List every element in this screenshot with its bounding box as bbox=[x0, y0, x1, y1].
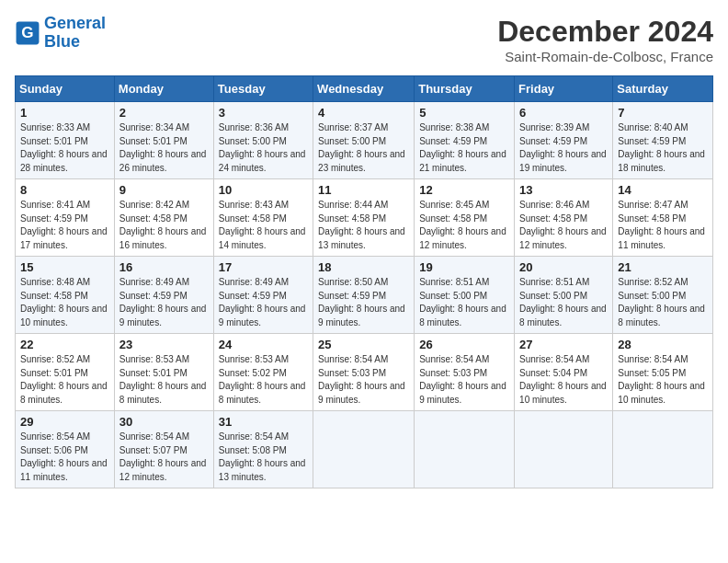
column-header-friday: Friday bbox=[515, 76, 613, 102]
cell-details: Sunrise: 8:42 AMSunset: 4:58 PMDaylight:… bbox=[119, 199, 209, 252]
cell-details: Sunrise: 8:37 AMSunset: 5:00 PMDaylight:… bbox=[318, 121, 409, 175]
day-number: 18 bbox=[318, 260, 409, 274]
calendar-week-5: 29Sunrise: 8:54 AMSunset: 5:06 PMDayligh… bbox=[16, 411, 713, 488]
calendar-cell bbox=[515, 411, 613, 488]
cell-details: Sunrise: 8:44 AMSunset: 4:58 PMDaylight:… bbox=[318, 199, 409, 252]
day-number: 8 bbox=[20, 183, 109, 197]
calendar-cell: 25Sunrise: 8:54 AMSunset: 5:03 PMDayligh… bbox=[313, 334, 415, 411]
svg-text:G: G bbox=[21, 23, 33, 40]
cell-details: Sunrise: 8:46 AMSunset: 4:58 PMDaylight:… bbox=[519, 199, 608, 252]
cell-details: Sunrise: 8:33 AMSunset: 5:01 PMDaylight:… bbox=[20, 121, 109, 175]
column-header-tuesday: Tuesday bbox=[213, 76, 313, 102]
calendar-cell: 14Sunrise: 8:47 AMSunset: 4:58 PMDayligh… bbox=[613, 179, 713, 257]
cell-details: Sunrise: 8:49 AMSunset: 4:59 PMDaylight:… bbox=[119, 276, 209, 329]
calendar-cell: 2Sunrise: 8:34 AMSunset: 5:01 PMDaylight… bbox=[114, 102, 213, 179]
day-number: 16 bbox=[119, 260, 209, 274]
day-number: 7 bbox=[618, 106, 708, 120]
calendar-cell: 11Sunrise: 8:44 AMSunset: 4:58 PMDayligh… bbox=[313, 179, 415, 257]
calendar-cell: 16Sunrise: 8:49 AMSunset: 4:59 PMDayligh… bbox=[114, 257, 213, 334]
day-number: 1 bbox=[20, 106, 109, 120]
calendar-cell bbox=[613, 411, 713, 488]
calendar-cell: 31Sunrise: 8:54 AMSunset: 5:08 PMDayligh… bbox=[213, 411, 313, 488]
cell-details: Sunrise: 8:54 AMSunset: 5:07 PMDaylight:… bbox=[119, 431, 209, 484]
calendar-cell: 5Sunrise: 8:38 AMSunset: 4:59 PMDaylight… bbox=[415, 102, 515, 179]
cell-details: Sunrise: 8:54 AMSunset: 5:04 PMDaylight:… bbox=[519, 353, 608, 407]
cell-details: Sunrise: 8:51 AMSunset: 5:00 PMDaylight:… bbox=[519, 276, 608, 329]
cell-details: Sunrise: 8:50 AMSunset: 4:59 PMDaylight:… bbox=[318, 276, 409, 329]
cell-details: Sunrise: 8:49 AMSunset: 4:59 PMDaylight:… bbox=[219, 276, 308, 329]
calendar-week-4: 22Sunrise: 8:52 AMSunset: 5:01 PMDayligh… bbox=[16, 334, 713, 411]
calendar-cell: 8Sunrise: 8:41 AMSunset: 4:59 PMDaylight… bbox=[16, 179, 115, 257]
calendar-cell bbox=[313, 411, 415, 488]
day-number: 14 bbox=[618, 183, 708, 197]
day-number: 15 bbox=[20, 260, 109, 274]
day-number: 6 bbox=[519, 106, 608, 120]
calendar-cell: 15Sunrise: 8:48 AMSunset: 4:58 PMDayligh… bbox=[16, 257, 115, 334]
calendar-cell: 13Sunrise: 8:46 AMSunset: 4:58 PMDayligh… bbox=[515, 179, 613, 257]
calendar-title: December 2024 bbox=[497, 15, 713, 49]
calendar-cell bbox=[415, 411, 515, 488]
day-number: 25 bbox=[318, 338, 409, 351]
calendar-cell: 18Sunrise: 8:50 AMSunset: 4:59 PMDayligh… bbox=[313, 257, 415, 334]
day-number: 3 bbox=[219, 106, 308, 120]
calendar-cell: 6Sunrise: 8:39 AMSunset: 4:59 PMDaylight… bbox=[515, 102, 613, 179]
day-number: 19 bbox=[419, 260, 509, 274]
cell-details: Sunrise: 8:39 AMSunset: 4:59 PMDaylight:… bbox=[519, 121, 608, 175]
calendar-header-row: SundayMondayTuesdayWednesdayThursdayFrid… bbox=[16, 76, 713, 102]
calendar-cell: 27Sunrise: 8:54 AMSunset: 5:04 PMDayligh… bbox=[515, 334, 613, 411]
day-number: 10 bbox=[219, 183, 308, 197]
calendar-cell: 9Sunrise: 8:42 AMSunset: 4:58 PMDaylight… bbox=[114, 179, 213, 257]
day-number: 2 bbox=[119, 106, 209, 120]
day-number: 31 bbox=[219, 415, 308, 429]
day-number: 13 bbox=[519, 183, 608, 197]
column-header-saturday: Saturday bbox=[613, 76, 713, 102]
day-number: 27 bbox=[519, 338, 608, 351]
cell-details: Sunrise: 8:54 AMSunset: 5:06 PMDaylight:… bbox=[20, 431, 109, 484]
header: G General Blue December 2024 Saint-Romai… bbox=[15, 15, 713, 64]
calendar-cell: 4Sunrise: 8:37 AMSunset: 5:00 PMDaylight… bbox=[313, 102, 415, 179]
cell-details: Sunrise: 8:54 AMSunset: 5:03 PMDaylight:… bbox=[318, 353, 409, 407]
day-number: 28 bbox=[618, 338, 708, 351]
calendar-body: 1Sunrise: 8:33 AMSunset: 5:01 PMDaylight… bbox=[16, 102, 713, 488]
cell-details: Sunrise: 8:53 AMSunset: 5:01 PMDaylight:… bbox=[119, 353, 209, 407]
cell-details: Sunrise: 8:40 AMSunset: 4:59 PMDaylight:… bbox=[618, 121, 708, 175]
calendar-cell: 20Sunrise: 8:51 AMSunset: 5:00 PMDayligh… bbox=[515, 257, 613, 334]
cell-details: Sunrise: 8:38 AMSunset: 4:59 PMDaylight:… bbox=[419, 121, 509, 175]
day-number: 24 bbox=[219, 338, 308, 351]
calendar-cell: 12Sunrise: 8:45 AMSunset: 4:58 PMDayligh… bbox=[415, 179, 515, 257]
day-number: 26 bbox=[419, 338, 509, 351]
cell-details: Sunrise: 8:53 AMSunset: 5:02 PMDaylight:… bbox=[219, 353, 308, 407]
cell-details: Sunrise: 8:52 AMSunset: 5:01 PMDaylight:… bbox=[20, 353, 109, 407]
cell-details: Sunrise: 8:34 AMSunset: 5:01 PMDaylight:… bbox=[119, 121, 209, 175]
calendar-cell: 23Sunrise: 8:53 AMSunset: 5:01 PMDayligh… bbox=[114, 334, 213, 411]
calendar-cell: 10Sunrise: 8:43 AMSunset: 4:58 PMDayligh… bbox=[213, 179, 313, 257]
calendar-cell: 19Sunrise: 8:51 AMSunset: 5:00 PMDayligh… bbox=[415, 257, 515, 334]
cell-details: Sunrise: 8:48 AMSunset: 4:58 PMDaylight:… bbox=[20, 276, 109, 329]
day-number: 5 bbox=[419, 106, 509, 120]
day-number: 29 bbox=[20, 415, 109, 429]
logo-text: General Blue bbox=[44, 15, 106, 52]
column-header-wednesday: Wednesday bbox=[313, 76, 415, 102]
cell-details: Sunrise: 8:41 AMSunset: 4:59 PMDaylight:… bbox=[20, 199, 109, 252]
calendar-subtitle: Saint-Romain-de-Colbosc, France bbox=[497, 49, 713, 64]
logo: G General Blue bbox=[15, 15, 106, 52]
calendar-cell: 22Sunrise: 8:52 AMSunset: 5:01 PMDayligh… bbox=[16, 334, 115, 411]
calendar-cell: 26Sunrise: 8:54 AMSunset: 5:03 PMDayligh… bbox=[415, 334, 515, 411]
calendar-cell: 30Sunrise: 8:54 AMSunset: 5:07 PMDayligh… bbox=[114, 411, 213, 488]
day-number: 11 bbox=[318, 183, 409, 197]
calendar-cell: 3Sunrise: 8:36 AMSunset: 5:00 PMDaylight… bbox=[213, 102, 313, 179]
calendar-week-1: 1Sunrise: 8:33 AMSunset: 5:01 PMDaylight… bbox=[16, 102, 713, 179]
day-number: 9 bbox=[119, 183, 209, 197]
column-header-thursday: Thursday bbox=[415, 76, 515, 102]
calendar-week-3: 15Sunrise: 8:48 AMSunset: 4:58 PMDayligh… bbox=[16, 257, 713, 334]
cell-details: Sunrise: 8:45 AMSunset: 4:58 PMDaylight:… bbox=[419, 199, 509, 252]
day-number: 21 bbox=[618, 260, 708, 274]
cell-details: Sunrise: 8:47 AMSunset: 4:58 PMDaylight:… bbox=[618, 199, 708, 252]
calendar-table: SundayMondayTuesdayWednesdayThursdayFrid… bbox=[15, 75, 713, 488]
cell-details: Sunrise: 8:43 AMSunset: 4:58 PMDaylight:… bbox=[219, 199, 308, 252]
calendar-week-2: 8Sunrise: 8:41 AMSunset: 4:59 PMDaylight… bbox=[16, 179, 713, 257]
cell-details: Sunrise: 8:54 AMSunset: 5:03 PMDaylight:… bbox=[419, 353, 509, 407]
day-number: 17 bbox=[219, 260, 308, 274]
day-number: 20 bbox=[519, 260, 608, 274]
calendar-cell: 29Sunrise: 8:54 AMSunset: 5:06 PMDayligh… bbox=[16, 411, 115, 488]
